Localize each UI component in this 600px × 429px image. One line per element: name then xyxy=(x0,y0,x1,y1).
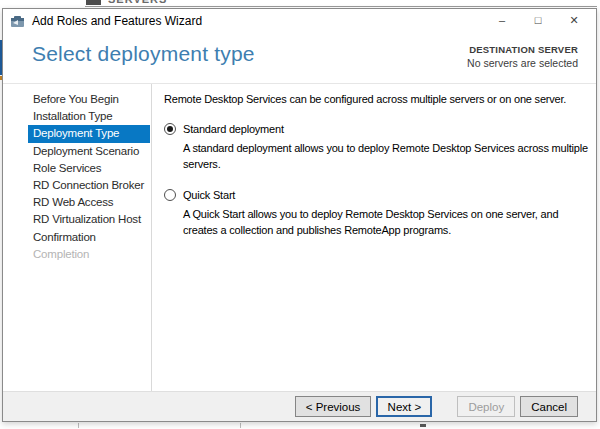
previous-button[interactable]: < Previous xyxy=(295,396,372,417)
deploy-button: Deploy xyxy=(457,396,515,417)
destination-server-status: No servers are selected xyxy=(467,57,578,69)
wizard-steps-panel: Before You Begin Installation Type Deplo… xyxy=(3,84,152,391)
intro-text: Remote Desktop Services can be configure… xyxy=(164,93,588,105)
background-servers-label: SERVERS xyxy=(108,0,167,5)
step-before-you-begin[interactable]: Before You Begin xyxy=(28,91,150,108)
background-window-top: SERVERS xyxy=(0,0,600,8)
step-installation-type[interactable]: Installation Type xyxy=(28,108,150,125)
destination-server-label: DESTINATION SERVER xyxy=(467,44,578,55)
wizard-footer: < Previous Next > Deploy Cancel xyxy=(3,391,596,421)
wizard-body: Before You Begin Installation Type Deplo… xyxy=(3,84,596,391)
wizard-content: Remote Desktop Services can be configure… xyxy=(152,84,596,391)
step-completion: Completion xyxy=(28,246,150,263)
servers-tab-icon xyxy=(86,0,101,5)
standard-deployment-description: A standard deployment allows you to depl… xyxy=(183,141,588,173)
standard-deployment-option[interactable]: Standard deployment xyxy=(164,123,588,135)
background-tab-underline xyxy=(85,6,597,7)
step-role-services[interactable]: Role Services xyxy=(28,160,150,177)
window-title: Add Roles and Features Wizard xyxy=(32,14,202,28)
add-roles-wizard-dialog: Add Roles and Features Wizard – □ ✕ Sele… xyxy=(2,8,597,422)
minimize-button[interactable]: – xyxy=(484,9,520,32)
destination-server-block: DESTINATION SERVER No servers are select… xyxy=(467,42,578,83)
titlebar[interactable]: Add Roles and Features Wizard – □ ✕ xyxy=(3,9,596,32)
standard-deployment-radio[interactable] xyxy=(164,123,176,135)
cancel-button[interactable]: Cancel xyxy=(520,396,578,417)
next-button[interactable]: Next > xyxy=(376,396,432,417)
page-title: Select deployment type xyxy=(32,42,255,83)
quick-start-radio[interactable] xyxy=(164,189,176,201)
wizard-steps-list: Before You Begin Installation Type Deplo… xyxy=(28,91,150,263)
step-rd-connection-broker[interactable]: RD Connection Broker xyxy=(28,177,150,194)
step-rd-web-access[interactable]: RD Web Access xyxy=(28,194,150,211)
wizard-app-icon xyxy=(10,14,26,27)
step-confirmation[interactable]: Confirmation xyxy=(28,229,150,246)
wizard-header: Select deployment type DESTINATION SERVE… xyxy=(3,32,596,84)
step-deployment-scenario[interactable]: Deployment Scenario xyxy=(28,143,150,160)
maximize-button[interactable]: □ xyxy=(520,9,556,32)
standard-deployment-label[interactable]: Standard deployment xyxy=(183,123,284,135)
quick-start-option[interactable]: Quick Start xyxy=(164,189,588,201)
quick-start-label[interactable]: Quick Start xyxy=(183,189,235,201)
step-deployment-type[interactable]: Deployment Type xyxy=(28,125,150,142)
close-button[interactable]: ✕ xyxy=(556,9,592,32)
quick-start-description: A Quick Start allows you to deploy Remot… xyxy=(183,207,588,239)
step-rd-virtualization-host[interactable]: RD Virtualization Host xyxy=(28,211,150,228)
background-window-bottom xyxy=(0,423,600,429)
window-controls: – □ ✕ xyxy=(484,9,596,32)
